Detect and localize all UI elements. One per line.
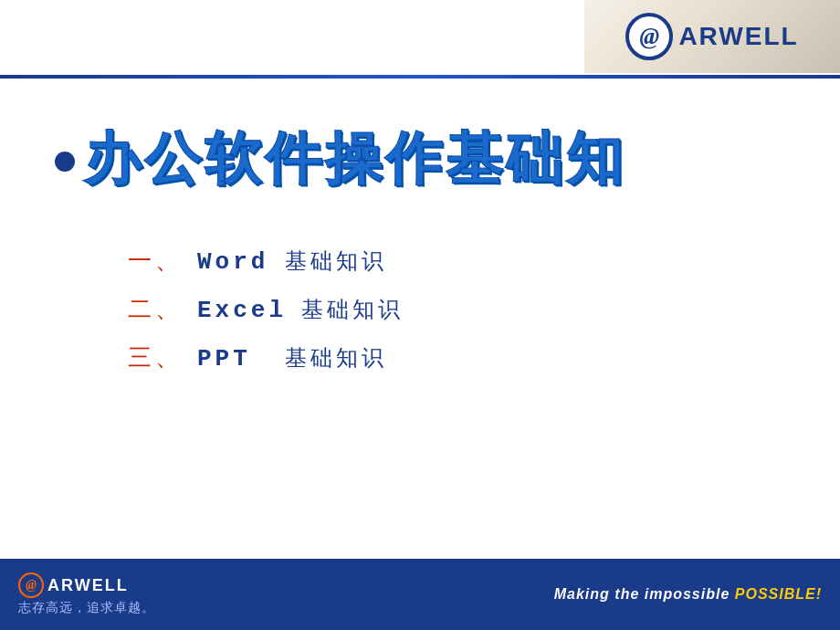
footer: @ ARWELL 志存高远，追求卓越。 Making the impossibl… [0,559,840,630]
list-item: 三、 PPT 基础知识 [128,341,404,373]
footer-left: @ ARWELL 志存高远，追求卓越。 [18,572,155,616]
logo-brand-text: ARWELL [678,22,798,51]
list-app-ppt: PPT [197,345,270,373]
list-desc-2: 基础知识 [301,295,404,324]
logo-container: @ ARWELL [625,13,798,60]
footer-at-icon: @ [18,572,44,598]
list-app-excel: Excel [197,297,287,324]
footer-tagline: Making the impossible POSSIBLE! [554,586,822,603]
list-item: 一、 Word 基础知识 [128,245,404,277]
logo-at-icon: @ [625,13,673,60]
header-logo-area: @ ARWELL [584,0,840,73]
footer-logo: @ ARWELL [18,572,155,598]
list-desc-1: 基础知识 [285,247,387,276]
list-desc-3: 基础知识 [285,343,387,373]
list-number-1: 一、 [128,245,183,277]
footer-slogan: 志存高远，追求卓越。 [18,600,155,616]
header-divider [0,75,840,79]
page-title: 办公软件操作基础知 [84,128,626,190]
list-app-word: Word [197,248,270,276]
title-area: 办公软件操作基础知 [55,128,626,190]
main-content: 办公软件操作基础知 一、 Word 基础知识 二、 Excel 基础知识 三、 … [0,82,840,557]
footer-brand-text: ARWELL [47,576,129,595]
footer-tagline-highlight: POSSIBLE! [735,586,822,602]
list-item: 二、 Excel 基础知识 [128,293,404,325]
title-bullet [55,152,75,172]
list-number-2: 二、 [128,293,183,325]
content-list: 一、 Word 基础知识 二、 Excel 基础知识 三、 PPT 基础知识 [128,245,404,373]
list-number-3: 三、 [128,341,183,373]
